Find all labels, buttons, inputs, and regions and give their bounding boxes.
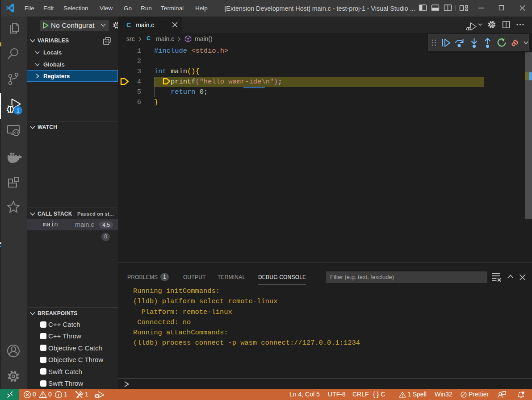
svg-text:1: 1 (17, 108, 20, 114)
